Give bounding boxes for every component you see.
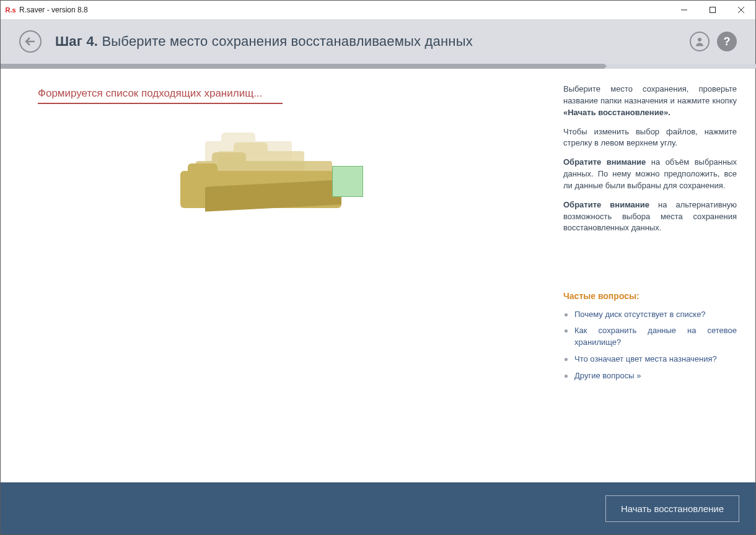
faq-link-4[interactable]: Другие вопросы » <box>563 370 737 382</box>
window-controls <box>670 1 755 19</box>
app-icon: R.s <box>6 5 15 15</box>
start-recovery-button[interactable]: Начать восстановление <box>605 495 739 522</box>
step-seg-4 <box>454 64 605 69</box>
help-para-4-bold: Обратите внимание <box>563 200 649 209</box>
faq-link-3[interactable]: Что означает цвет места назначения? <box>563 354 737 365</box>
user-icon <box>694 36 705 47</box>
help-para-1: Выберите место сохранения, проверьте наз… <box>563 84 737 119</box>
step-title: Выберите место сохранения восстанавливае… <box>102 33 472 49</box>
step-seg-5 <box>604 64 755 69</box>
help-para-1-text: Выберите место сохранения, проверьте наз… <box>563 84 737 105</box>
step-seg-3 <box>302 64 454 69</box>
help-para-2: Чтобы изменить выбор файлов, нажмите стр… <box>563 126 737 150</box>
help-para-1-bold: «Начать восстановление». <box>563 108 670 117</box>
page-title: Шаг 4. Выберите место сохранения восстан… <box>55 33 473 50</box>
maximize-button[interactable] <box>698 1 727 19</box>
step-label: Шаг 4. <box>55 33 98 49</box>
svg-rect-1 <box>710 7 716 13</box>
status-text: Формируется список подходящих хранилищ..… <box>38 84 557 102</box>
help-para-4: Обратите внимание на альтернативную возм… <box>563 199 737 235</box>
folder-illustration <box>180 141 379 209</box>
maximize-icon <box>710 7 716 13</box>
step-seg-2 <box>152 64 303 69</box>
svg-point-5 <box>698 38 701 41</box>
app-window: R.s R.saver - version 8.8 Шаг 4. Выберит… <box>0 0 756 535</box>
footer: Начать восстановление <box>1 482 755 534</box>
window-title: R.saver - version 8.8 <box>19 6 88 14</box>
titlebar: R.s R.saver - version 8.8 <box>1 1 755 19</box>
main-panel: Формируется список подходящих хранилищ..… <box>38 84 557 482</box>
header: Шаг 4. Выберите место сохранения восстан… <box>1 19 755 64</box>
minimize-icon <box>681 7 687 13</box>
help-para-3: Обратите внимание на объём выбранных дан… <box>563 157 737 192</box>
help-panel: Выберите место сохранения, проверьте наз… <box>557 84 737 482</box>
content-area: Формируется список подходящих хранилищ..… <box>1 69 755 482</box>
faq-link-2[interactable]: Как сохранить данные на сетевое хранилищ… <box>563 325 737 349</box>
step-seg-1 <box>1 64 152 69</box>
faq-link-1[interactable]: Почему диск отсутствует в списке? <box>563 309 737 321</box>
faq-heading: Частые вопросы: <box>563 290 737 302</box>
folder-front <box>180 171 341 208</box>
help-icon: ? <box>724 35 731 48</box>
back-button[interactable] <box>19 30 42 53</box>
help-para-3-bold: Обратите внимание <box>563 157 646 167</box>
close-icon <box>738 7 744 13</box>
status-progress-bar <box>38 103 283 104</box>
progress-steps <box>1 64 755 69</box>
destination-marker <box>332 166 363 197</box>
arrow-left-icon <box>25 37 36 46</box>
close-button[interactable] <box>727 1 755 19</box>
user-button[interactable] <box>690 32 710 51</box>
help-button[interactable]: ? <box>717 32 737 51</box>
minimize-button[interactable] <box>670 1 698 19</box>
header-icons: ? <box>690 32 737 51</box>
faq-list: Почему диск отсутствует в списке? Как со… <box>563 309 737 382</box>
